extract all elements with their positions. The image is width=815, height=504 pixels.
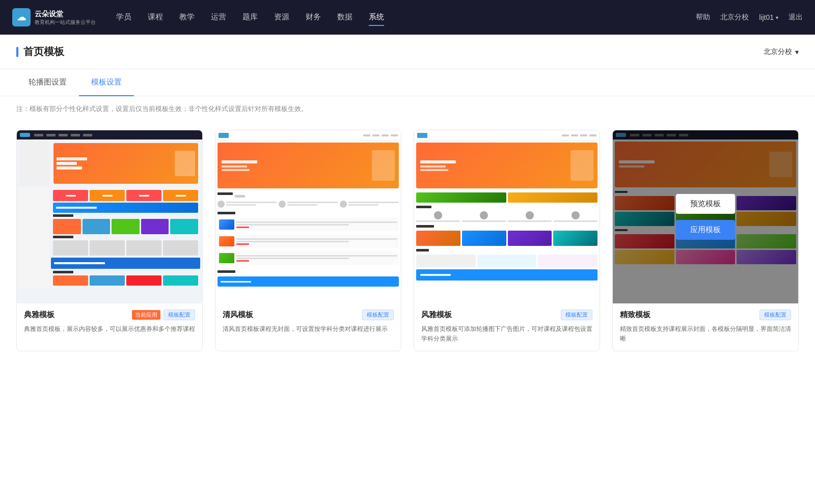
template-preview-clean[interactable] [215,130,401,303]
nav-item-operations[interactable]: 运营 [211,9,226,26]
template-preview-refined[interactable]: 预览模板 应用模板 [613,130,798,303]
nav-item-teaching[interactable]: 教学 [179,9,195,26]
logo: ☁ 云朵设堂 教育机构一站式服务云平台 [12,8,96,26]
preview-template-button[interactable]: 预览模板 [676,194,735,214]
template-preview-elegant-content [17,130,202,303]
page-content: 首页模板 北京分校 ▾ 轮播图设置 模板设置 注：模板有部分个性化样式设置，设置… [0,35,815,504]
badge-current-elegant: 当前应用 [132,310,160,320]
nav-user[interactable]: lijt01 ▾ [759,13,778,21]
template-info-elegant: 典雅模板 当前应用 模板配置 典雅首页模板，展示内容较多，可以展示优惠券和多个推… [17,303,202,341]
nav-item-students[interactable]: 学员 [116,9,131,26]
template-name-elegant: 典雅模板 [24,310,55,320]
logo-sub-text: 教育机构一站式服务云平台 [35,19,96,25]
nav-menu: 学员 课程 教学 运营 题库 资源 财务 数据 系统 [116,9,696,26]
apply-template-button[interactable]: 应用模板 [676,220,735,240]
user-caret-icon: ▾ [776,15,778,20]
nav-help[interactable]: 帮助 [696,13,710,22]
template-name-row-refined: 精致模板 模板配置 [620,310,791,320]
template-card-elegant2: 风雅模板 模板配置 风雅首页模板可添加轮播图下广告图片，可对课程及课程包设置学科… [414,130,600,351]
page-title-wrap: 首页模板 [16,45,64,59]
tab-carousel[interactable]: 轮播图设置 [16,69,79,96]
template-name-refined: 精致模板 [620,310,650,320]
nav-right: 帮助 北京分校 lijt01 ▾ 退出 [696,13,803,22]
tab-template[interactable]: 模板设置 [79,69,134,96]
template-desc-clean: 清风首页模板课程无封面，可设置按学科分类对课程进行展示 [223,324,394,334]
template-desc-elegant: 典雅首页模板，展示内容较多，可以展示优惠券和多个推荐课程 [24,324,195,334]
logo-main-text: 云朵设堂 [35,9,96,18]
template-desc-elegant2: 风雅首页模板可添加轮播图下广告图片，可对课程及课程包设置学科分类展示 [421,324,592,344]
mini-nav-white2 [414,130,600,141]
nav-item-system[interactable]: 系统 [369,9,384,26]
branch-selector-caret-icon: ▾ [795,48,799,56]
template-name-row-elegant: 典雅模板 当前应用 模板配置 [24,310,195,320]
template-info-elegant2: 风雅模板 模板配置 风雅首页模板可添加轮播图下广告图片，可对课程及课程包设置学科… [414,303,600,351]
template-desc-refined: 精致首页模板支持课程展示封面，各模板分隔明显，界面简洁清晰 [620,324,791,344]
template-info-refined: 精致模板 模板配置 精致首页模板支持课程展示封面，各模板分隔明显，界面简洁清晰 [613,303,798,351]
badge-config-clean[interactable]: 模板配置 [362,310,394,320]
nav-item-resources[interactable]: 资源 [274,9,289,26]
page-title: 首页模板 [23,45,64,59]
nav-logout[interactable]: 退出 [789,13,803,22]
logo-icon: ☁ [12,8,31,26]
branch-selector[interactable]: 北京分校 ▾ [764,47,799,57]
nav-item-courses[interactable]: 课程 [148,9,163,26]
mini-nav-white [215,130,401,141]
branch-selector-label: 北京分校 [764,47,792,57]
tabs-container: 轮播图设置 模板设置 [0,69,815,96]
badge-config-elegant2[interactable]: 模板配置 [561,310,592,320]
nav-item-finance[interactable]: 财务 [306,9,321,26]
template-card-elegant: 典雅模板 当前应用 模板配置 典雅首页模板，展示内容较多，可以展示优惠券和多个推… [16,130,203,351]
page-title-bar [16,47,18,57]
template-name-clean: 清风模板 [223,310,253,320]
navigation: ☁ 云朵设堂 教育机构一站式服务云平台 学员 课程 教学 运营 题库 资源 财务… [0,0,815,35]
note-text: 注：模板有部分个性化样式设置，设置后仅当前模板生效；非个性化样式设置后针对所有模… [0,96,815,122]
nav-item-questions[interactable]: 题库 [242,9,258,26]
template-name-row-clean: 清风模板 模板配置 [223,310,394,320]
template-card-clean: 清风模板 模板配置 清风首页模板课程无封面，可设置按学科分类对课程进行展示 [215,130,401,351]
badge-config-refined[interactable]: 模板配置 [759,310,791,320]
nav-branch[interactable]: 北京分校 [720,13,749,22]
template-preview-elegant[interactable] [17,130,202,303]
template-name-elegant2: 风雅模板 [421,310,452,320]
templates-grid: 典雅模板 当前应用 模板配置 典雅首页模板，展示内容较多，可以展示优惠券和多个推… [0,122,815,372]
template-preview-elegant2-content [414,130,600,303]
template-card-refined: 预览模板 应用模板 精致模板 模板配置 精致首页模板支持课程展示封面，各模板分隔… [612,130,799,351]
nav-item-data[interactable]: 数据 [337,9,352,26]
badge-config-elegant[interactable]: 模板配置 [164,310,195,320]
template-preview-clean-content [215,130,401,303]
template-name-row-elegant2: 风雅模板 模板配置 [421,310,592,320]
template-preview-elegant2[interactable] [414,130,600,303]
page-header: 首页模板 北京分校 ▾ [0,35,815,69]
template-info-clean: 清风模板 模板配置 清风首页模板课程无封面，可设置按学科分类对课程进行展示 [215,303,401,341]
template-overlay-refined: 预览模板 应用模板 [613,130,798,303]
mini-nav [17,130,202,139]
